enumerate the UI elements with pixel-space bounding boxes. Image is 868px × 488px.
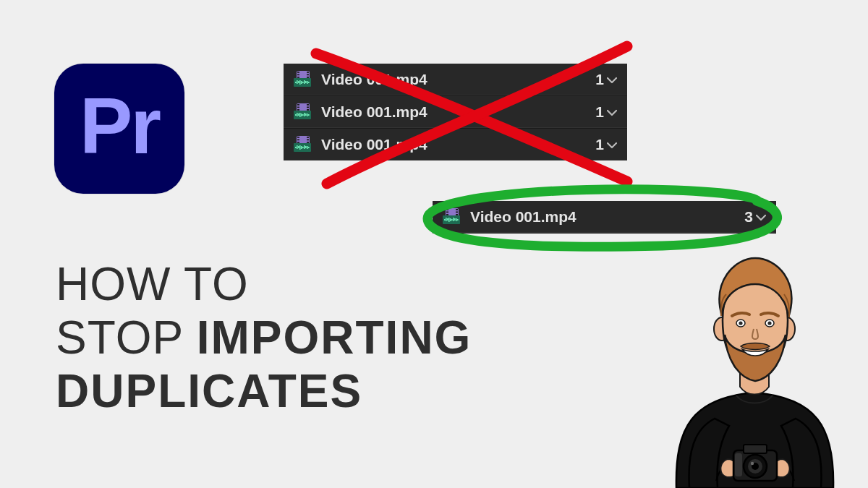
video-audio-clip-icon bbox=[443, 208, 463, 226]
clip-row: Video 001.mp4 1 bbox=[284, 129, 627, 160]
svg-point-5 bbox=[767, 321, 771, 325]
svg-rect-12 bbox=[735, 453, 742, 476]
video-audio-clip-icon bbox=[294, 71, 314, 88]
clip-usage-count: 1 bbox=[592, 103, 607, 121]
clip-filename: Video 001.mp4 bbox=[321, 103, 592, 121]
svg-rect-7 bbox=[744, 445, 767, 453]
svg-point-3 bbox=[739, 321, 742, 325]
clip-usage-count: 3 bbox=[741, 208, 756, 226]
clip-usage-count: 1 bbox=[592, 136, 607, 153]
chevron-down-icon bbox=[607, 109, 617, 116]
clip-usage-count: 1 bbox=[592, 71, 607, 88]
duplicate-clips-panel: Video 001.mp4 1 Video 001.mp4 1 Video 00… bbox=[284, 64, 627, 160]
premiere-pro-icon-label: Pr bbox=[80, 86, 159, 166]
consolidated-clip-panel: Video 001.mp4 3 bbox=[433, 201, 776, 234]
premiere-pro-app-icon: Pr bbox=[54, 64, 184, 194]
title-line-2: STOP IMPORTING bbox=[56, 311, 472, 364]
title-line-3: DUPLICATES bbox=[56, 364, 472, 418]
video-audio-clip-icon bbox=[294, 103, 314, 121]
svg-point-11 bbox=[751, 462, 754, 465]
title-line-1: HOW TO bbox=[56, 257, 472, 311]
clip-filename: Video 001.mp4 bbox=[321, 71, 592, 88]
chevron-down-icon bbox=[607, 142, 617, 149]
clip-row: Video 001.mp4 1 bbox=[284, 96, 627, 129]
clip-filename: Video 001.mp4 bbox=[470, 208, 741, 226]
chevron-down-icon bbox=[607, 77, 617, 84]
clip-row: Video 001.mp4 3 bbox=[433, 201, 776, 234]
title-text: HOW TO STOP IMPORTING DUPLICATES bbox=[56, 257, 472, 419]
chevron-down-icon bbox=[756, 214, 766, 221]
presenter-illustration bbox=[650, 242, 859, 488]
video-audio-clip-icon bbox=[294, 136, 314, 153]
clip-row: Video 001.mp4 1 bbox=[284, 64, 627, 96]
clip-filename: Video 001.mp4 bbox=[321, 136, 592, 153]
